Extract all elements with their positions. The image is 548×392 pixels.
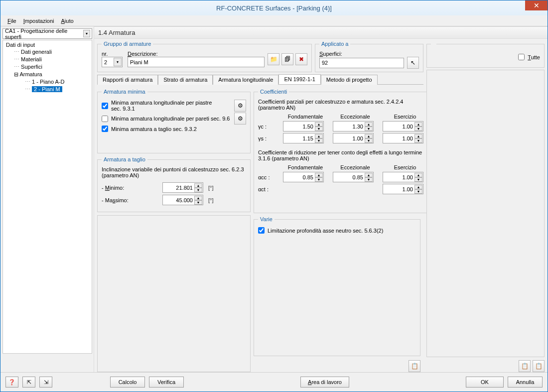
tab-bar: Rapporti di armatura Strato di armatura …: [97, 74, 423, 85]
gamma-s-fund-input[interactable]: 1.15▲▼: [283, 133, 324, 143]
gear-icon: ⚙: [238, 102, 243, 109]
group-descr-input[interactable]: Piani M: [128, 57, 265, 67]
chk-limit-neutral-axis[interactable]: Limitazione profondità asse neutro sec. …: [258, 227, 416, 234]
spinner-icon[interactable]: ▲▼: [194, 183, 202, 192]
chk-min-wall[interactable]: Minima armatura longitudinale per pareti…: [102, 116, 230, 122]
menu-file[interactable]: File: [4, 17, 19, 25]
export-button[interactable]: ⇲: [39, 377, 52, 388]
tab-ratios[interactable]: Rapporti di armatura: [97, 75, 158, 85]
clipboard-icon: 📋: [535, 363, 543, 370]
spinner-icon[interactable]: ▲▼: [194, 196, 202, 204]
gamma-c-fund-input[interactable]: 1.50▲▼: [283, 121, 324, 131]
chk-all-surfaces[interactable]: Tutte: [431, 54, 540, 60]
folder-plus-icon: 📁: [270, 56, 277, 63]
tree-item[interactable]: ⋯ Superfici: [3, 63, 92, 71]
case-combo[interactable]: CA1 - Progettazione delle superfi ▾: [2, 28, 92, 39]
group-nr-select[interactable]: 2 ▾: [102, 57, 123, 67]
delete-group-button[interactable]: ✖: [295, 53, 307, 65]
copy-icon: 🗐: [284, 56, 290, 63]
help-button[interactable]: ❓: [5, 377, 18, 388]
tab-en1992[interactable]: EN 1992-1-1: [278, 74, 320, 84]
section-title: 1.4 Armatura: [94, 26, 548, 39]
menu-help[interactable]: Aiuto: [58, 17, 77, 25]
min-slab-settings-button[interactable]: ⚙: [234, 100, 246, 112]
chk-min-shear[interactable]: Minima armatura a taglio sec. 9.3.2: [102, 126, 246, 132]
calc-button[interactable]: Calcolo: [110, 377, 145, 388]
varie-fieldset: Varie Limitazione profondità asse neutro…: [254, 216, 420, 356]
alpha-cc-serv-input[interactable]: 1.00▲▼: [383, 172, 423, 182]
copy-group-button[interactable]: 🗐: [281, 53, 293, 65]
workarea-button[interactable]: Area di lavoro: [300, 377, 349, 388]
bottom-bar: ❓ ⇱ ⇲ Calcolo Verifica Area di lavoro OK…: [0, 372, 548, 392]
cancel-button[interactable]: Annulla: [508, 377, 543, 388]
menu-bar: File Impostazioni Aiuto: [0, 15, 548, 26]
tree-sub-item[interactable]: ⋯ 1 - Piano A-D: [3, 78, 92, 86]
shear-max-input[interactable]: 45.000 ▲▼: [162, 195, 203, 205]
min-armatura-fieldset: Armatura minima Minima armatura longitud…: [97, 89, 251, 153]
applied-all-fieldset: . Tutte: [426, 41, 545, 68]
new-group-button[interactable]: 📁: [268, 53, 279, 65]
coefficients-fieldset: Coefficienti Coefficienti parziali per c…: [254, 89, 432, 213]
tree-item[interactable]: ⋯ Materiali: [3, 56, 92, 63]
gamma-s-serv-input[interactable]: 1.00▲▼: [383, 133, 423, 143]
group-fieldset: Gruppo di armature nr. 2 ▾: [97, 41, 312, 72]
empty-fieldset: [97, 215, 251, 372]
min-wall-settings-button[interactable]: ⚙: [234, 113, 246, 125]
applied-to-fieldset: Applicato a Superfici: 92 ↖: [315, 41, 423, 72]
gamma-s-exc-input[interactable]: 1.00▲▼: [333, 133, 374, 143]
preview-fieldset: [426, 70, 545, 357]
tab-layer[interactable]: Strato di armatura: [158, 75, 213, 85]
chk-min-slab[interactable]: Minima armatura longitudinale per piastr…: [102, 100, 221, 112]
shear-fieldset: Armatura a taglio Inclinazione variabile…: [97, 156, 251, 212]
clipboard-icon: 📋: [411, 363, 418, 370]
delete-icon: ✖: [299, 56, 304, 63]
import-icon: ⇱: [27, 379, 31, 386]
tree-root[interactable]: Dati di input: [3, 41, 92, 48]
help-icon: ❓: [8, 379, 15, 386]
pick-surface-button[interactable]: ↖: [407, 57, 419, 69]
tree-item-armatura[interactable]: ⊟ Armatura: [3, 71, 92, 78]
alpha-ct-serv-input[interactable]: 1.00▲▼: [383, 184, 423, 194]
chevron-down-icon: ▾: [83, 30, 90, 37]
title-bar: RF-CONCRETE Surfaces - [Parking (4)] ✕: [0, 0, 548, 15]
clipboard-button[interactable]: 📋: [409, 360, 420, 372]
verify-button[interactable]: Verifica: [149, 377, 184, 388]
nav-tree[interactable]: Dati di input ⋯ Dati generali ⋯ Material…: [2, 40, 92, 354]
import-button[interactable]: ⇱: [22, 377, 35, 388]
alpha-cc-exc-input[interactable]: 0.85▲▼: [333, 172, 374, 182]
gamma-c-serv-input[interactable]: 1.00▲▼: [383, 121, 423, 131]
chevron-down-icon: ▾: [114, 58, 122, 66]
tree-item[interactable]: ⋯ Dati generali: [3, 48, 92, 56]
shear-min-input[interactable]: 21.801 ▲▼: [162, 182, 203, 193]
alpha-cc-fund-input[interactable]: 0.85▲▼: [283, 172, 324, 182]
menu-settings[interactable]: Impostazioni: [20, 17, 57, 25]
export-icon: ⇲: [44, 379, 48, 386]
clipboard-icon: 📋: [521, 363, 529, 370]
tree-sub-item-selected[interactable]: ⋯ 2 - Piani M: [3, 86, 92, 93]
ok-button[interactable]: OK: [466, 377, 504, 388]
tab-method[interactable]: Metodo di progetto: [321, 75, 378, 85]
gear-icon: ⚙: [238, 115, 243, 122]
close-icon: ✕: [534, 1, 540, 9]
applied-surfaces-input[interactable]: 92: [319, 58, 404, 68]
preview-clipboard-button-2[interactable]: 📋: [533, 360, 545, 372]
pick-icon: ↖: [411, 59, 415, 66]
close-button[interactable]: ✕: [525, 0, 548, 10]
tab-longitudinal[interactable]: Armatura longitudinale: [213, 75, 278, 85]
gamma-c-exc-input[interactable]: 1.30▲▼: [333, 121, 374, 131]
preview-clipboard-button-1[interactable]: 📋: [519, 360, 531, 372]
window-title: RF-CONCRETE Surfaces - [Parking (4)]: [216, 4, 332, 12]
